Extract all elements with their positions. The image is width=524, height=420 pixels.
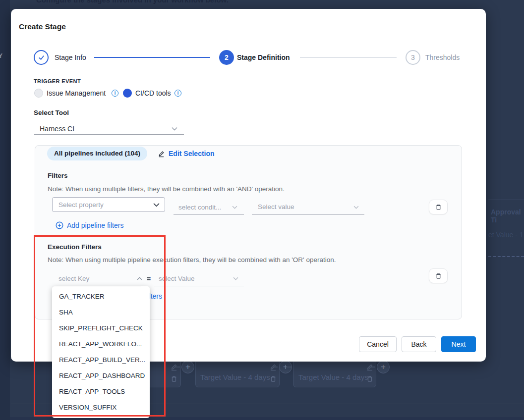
sidebar-text-fragment: Y: [0, 52, 2, 59]
connector-dash: [369, 367, 375, 368]
background-banner-text: Configure the stages involved in your wo…: [36, 0, 334, 4]
select-value-dropdown[interactable]: Select value: [258, 203, 294, 210]
info-icon[interactable]: i: [175, 90, 181, 97]
background-dashed-line: [488, 256, 524, 257]
value-underline: [252, 214, 364, 215]
trash-icon[interactable]: [366, 375, 374, 383]
stepper-connector-done: [94, 57, 210, 58]
plus-circle-icon: [56, 221, 63, 229]
select-property-placeholder: Select property: [58, 201, 104, 209]
annotation-highlight-rectangle: [34, 235, 166, 417]
filters-title: Filters: [48, 172, 68, 179]
connector-dash: [272, 367, 278, 368]
select-condition-dropdown[interactable]: select condit...: [178, 204, 221, 211]
select-tool-value[interactable]: Harness CI: [40, 125, 74, 133]
background-banner: Configure the stages involved in your wo…: [36, 0, 334, 5]
chevron-down-icon[interactable]: [172, 127, 177, 131]
background-cell-text: et Value - 1: [488, 231, 524, 239]
edit-icon: [158, 150, 165, 158]
workflow-card[interactable]: Target Value - 4 days: [195, 360, 280, 387]
select-property-dropdown[interactable]: Select property: [52, 197, 165, 212]
select-tool-label: Select Tool: [34, 109, 69, 116]
connector-dash: [175, 367, 180, 368]
workflow-card[interactable]: Target Value - 4 days: [293, 360, 376, 387]
modal-title: Create Stage: [19, 22, 66, 31]
back-button[interactable]: Back: [402, 336, 436, 352]
screen: Configure the stages involved in your wo…: [0, 0, 524, 420]
trash-icon[interactable]: [269, 375, 277, 383]
delete-filter-button[interactable]: [429, 200, 448, 214]
trigger-event-label: TRIGGER EVENT: [34, 78, 81, 84]
step-thresholds-circle[interactable]: 3: [406, 50, 420, 65]
step-stage-info-label[interactable]: Stage Info: [55, 53, 86, 61]
background-divider: [488, 200, 524, 200]
add-pipeline-filters-label: Add pipeline filters: [67, 221, 123, 229]
trash-icon[interactable]: [170, 375, 178, 383]
add-stage-button[interactable]: +: [181, 361, 194, 373]
workflow-card-label: Target Value - 4 days: [298, 373, 368, 381]
trash-icon: [435, 204, 442, 211]
cancel-button[interactable]: Cancel: [359, 336, 397, 352]
check-icon: [38, 54, 45, 61]
step-thresholds-label[interactable]: Thresholds: [425, 53, 460, 61]
add-pipeline-filters-link[interactable]: Add pipeline filters: [56, 221, 123, 229]
chevron-down-icon[interactable]: [232, 206, 237, 209]
next-button[interactable]: Next: [441, 336, 476, 352]
radio-cicd-tools-label[interactable]: CI/CD tools: [135, 89, 171, 97]
radio-issue-management[interactable]: [34, 89, 43, 98]
chevron-down-icon[interactable]: [233, 277, 238, 280]
radio-cicd-tools[interactable]: [123, 89, 132, 98]
background-column-header: Approval Ti: [491, 208, 524, 224]
add-stage-button[interactable]: +: [377, 361, 390, 373]
info-icon[interactable]: i: [112, 90, 118, 97]
edit-selection-link[interactable]: Edit Selection: [158, 150, 215, 158]
workflow-card-label: Target Value - 4 days: [200, 373, 270, 381]
stepper-connector-todo: [300, 57, 397, 58]
pipelines-badge: All pipelines included (104): [47, 147, 147, 160]
chevron-down-icon: [153, 203, 160, 207]
trash-icon: [435, 272, 442, 280]
chevron-down-icon[interactable]: [353, 206, 359, 209]
filters-note: Note: When using multiple filters, they …: [48, 185, 285, 193]
left-sidebar: [0, 0, 10, 420]
radio-issue-management-label[interactable]: Issue Management: [47, 89, 106, 97]
delete-execution-filter-button[interactable]: [429, 268, 448, 283]
select-tool-underline: [34, 134, 184, 135]
edit-selection-label: Edit Selection: [169, 150, 215, 158]
step-stage-definition-label[interactable]: Stage Definition: [237, 53, 290, 61]
exec-value-underline: [154, 286, 244, 286]
step-stage-definition-circle[interactable]: 2: [219, 50, 234, 65]
connector-dash: [287, 367, 292, 368]
step-stage-info-circle[interactable]: [34, 50, 49, 65]
condition-underline: [174, 214, 244, 215]
